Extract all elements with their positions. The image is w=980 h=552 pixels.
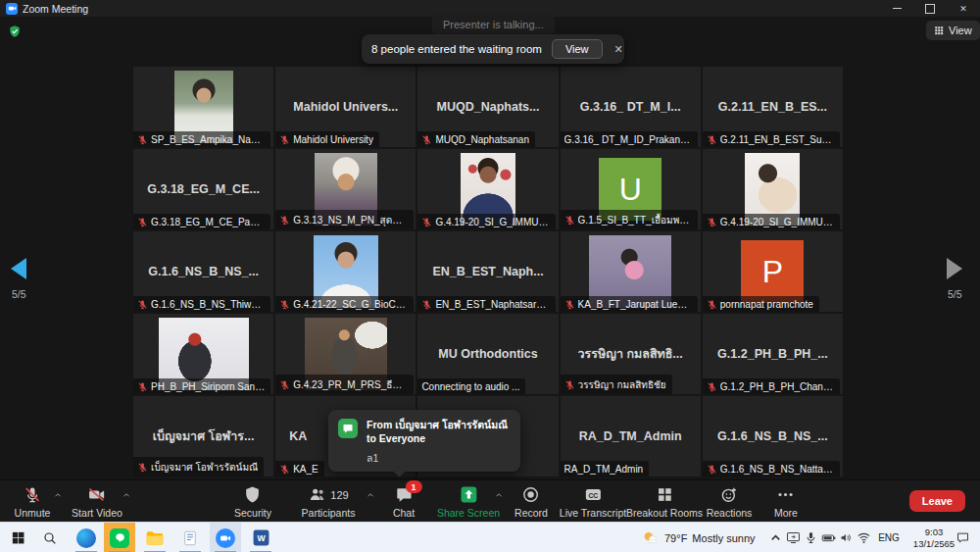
muted-mic-icon [279, 464, 290, 475]
left-arrow-icon [11, 258, 26, 279]
participant-nameplate: RA_D_TM_Admin [561, 461, 650, 477]
more-dots-icon [777, 485, 796, 504]
participant-tile[interactable]: G.3.16_ DT_M_I... G.3.16_ DT_M_ID_Prakan… [561, 67, 701, 147]
tray-expand-button[interactable] [766, 523, 784, 552]
participant-tile[interactable]: G.4.23_PR_M_PRS_ธีรธร บุงทอง [275, 314, 416, 394]
prev-page-arrow[interactable]: 5/5 [11, 258, 26, 300]
tray-volume[interactable] [837, 523, 855, 552]
participant-tile[interactable]: G.1.6_NS_B_NS_... G.1.6_NS_B_NS_Nattaya … [703, 396, 843, 477]
participant-tile[interactable]: G.3.13_NS_M_PN_สุดาภรณ์ ... [275, 149, 416, 229]
banner-close-icon[interactable]: ✕ [612, 43, 625, 56]
unmute-button[interactable]: Unmute [15, 485, 51, 519]
wifi-icon [857, 530, 871, 545]
participant-tile[interactable]: G.4.21-22_SC_G_BioChem_n... [275, 231, 416, 312]
start-video-button[interactable]: Start Video [72, 485, 122, 519]
chat-message-icon [338, 419, 358, 438]
participant-tile[interactable]: PH_B_PH_Siriporn Santre [133, 314, 273, 394]
muted-mic-icon [137, 381, 148, 392]
camera-off-icon [87, 485, 106, 504]
close-icon: ✕ [959, 4, 967, 14]
participant-tile[interactable]: SP_B_ES_Ampika_Nanbancha [133, 67, 273, 147]
chat-button[interactable]: 1 Chat [393, 485, 415, 519]
language-indicator[interactable]: ENG [874, 523, 904, 552]
security-button[interactable]: Security [234, 485, 271, 519]
view-button-label: View [949, 25, 972, 36]
taskbar-file-explorer[interactable] [139, 523, 171, 552]
participant-tile[interactable]: Mahidol Univers... Mahidol University [275, 67, 416, 147]
muted-mic-icon [564, 379, 575, 390]
participant-nameplate: G.1.6_NS_B_NS_Nattaya Rat... [703, 461, 840, 477]
participant-nameplate: G.1.2_PH_B_PH_Chanchira P... [703, 378, 840, 394]
participant-tile[interactable]: G.1.6_NS_B_NS_... G.1.6_NS_B_NS_Thiwarph… [133, 231, 273, 312]
next-page-arrow[interactable]: 5/5 [947, 258, 962, 300]
taskbar-search-button[interactable] [37, 523, 63, 552]
weather-temp: 79°F [664, 532, 687, 544]
action-center-button[interactable] [953, 523, 972, 552]
zoom-app-icon [216, 528, 235, 548]
participant-tile[interactable]: G.3.18_EG_M_CE... G.3.18_EG_M_CE_Panon L… [133, 149, 273, 229]
clock-date: 13/1/2565 [913, 538, 955, 550]
muted-mic-icon [421, 217, 432, 227]
line-app-icon [110, 528, 129, 548]
taskbar-notes-app[interactable] [174, 523, 206, 552]
participant-tile[interactable]: KA_B_FT_Jarupat Luecha [561, 231, 701, 312]
tray-microphone[interactable] [802, 523, 819, 552]
participant-tile[interactable]: วรรษิญา กมลสิทธิ... วรรษิญา กมลสิทธิชัย [561, 314, 701, 394]
muted-mic-icon [421, 134, 432, 145]
tray-battery[interactable] [819, 523, 837, 552]
share-screen-button[interactable]: Share Screen [437, 485, 500, 519]
tray-wifi[interactable] [855, 523, 872, 552]
word-app-icon: W [252, 528, 270, 547]
participant-tile[interactable]: เบ็ญจมาศ โอฬาร... เบ็ญจมาศ โอฬารรัตน์มณี [133, 396, 273, 477]
record-button[interactable]: Record [514, 485, 548, 519]
participant-tile[interactable]: RA_D_TM_Admin RA_D_TM_Admin [561, 396, 701, 477]
page-indicator: 5/5 [948, 288, 962, 300]
shield-icon [244, 485, 263, 504]
weather-widget[interactable]: 79°F Mostly sunny [642, 523, 771, 552]
windows-logo-icon [11, 530, 25, 545]
participant-tile[interactable]: P pornnapat pramchote [703, 231, 843, 312]
participant-tile[interactable]: G.4.19-20_SI_G_IMMU_Cha... [417, 149, 558, 229]
participant-avatar: P [741, 240, 804, 303]
participant-tile[interactable]: G.4.19-20_SI_G_IMMU_Such... [703, 149, 843, 229]
maximize-button[interactable] [913, 0, 947, 17]
participant-tile[interactable]: U G.1.5_SI_B_TT_เอื้อมพร สุวรร... [561, 149, 701, 229]
chevron-up-icon[interactable] [53, 490, 63, 500]
participant-nameplate: G.3.13_NS_M_PN_สุดาภรณ์ ... [275, 210, 413, 229]
leave-button[interactable]: Leave [909, 490, 965, 512]
view-button[interactable]: View [926, 21, 980, 40]
waiting-room-view-button[interactable]: View [552, 39, 603, 59]
zoom-meeting-window: Zoom Meeting ✕ View Presenter is talking… [0, 0, 980, 552]
taskbar-line-app[interactable] [104, 523, 135, 552]
chevron-up-icon[interactable] [494, 490, 504, 500]
reactions-button[interactable]: Reactions [707, 485, 753, 519]
meeting-security-shield-icon[interactable] [8, 25, 22, 38]
taskbar-edge-app[interactable] [71, 523, 102, 552]
breakout-rooms-button[interactable]: Breakout Rooms [626, 485, 703, 519]
muted-mic-icon [707, 299, 717, 310]
tray-cast-display[interactable] [784, 523, 802, 552]
participant-tile[interactable]: EN_B_EST_Naph... EN_B_EST_Naphatsarnan P… [417, 231, 558, 312]
participant-tile[interactable]: MU Orthodontics Connecting to audio ... [417, 314, 558, 394]
participant-tile[interactable]: MUQD_Naphats... MUQD_Naphatsanan [417, 67, 558, 147]
muted-mic-icon [279, 134, 290, 145]
participant-tile[interactable]: G.1.2_PH_B_PH_... G.1.2_PH_B_PH_Chanchir… [703, 314, 843, 394]
participant-tile[interactable]: G.2.11_EN_B_ES... G.2.11_EN_B_EST_Sureew… [703, 67, 843, 147]
participants-button[interactable]: 129 Participants [302, 485, 356, 519]
maximize-icon [925, 4, 935, 14]
chevron-up-icon[interactable] [122, 490, 131, 500]
display-cast-icon [786, 530, 801, 545]
notification-icon [956, 530, 970, 545]
participant-nameplate: G.4.19-20_SI_G_IMMU_Cha... [417, 214, 555, 229]
taskbar-zoom-app[interactable] [210, 523, 241, 552]
participants-count: 129 [330, 489, 348, 501]
participant-nameplate: Connecting to audio ... [417, 378, 525, 394]
more-button[interactable]: More [774, 485, 798, 519]
chevron-up-icon[interactable] [366, 490, 375, 500]
close-button[interactable]: ✕ [947, 0, 980, 17]
taskbar-word-app[interactable]: W [245, 523, 276, 552]
live-transcript-button[interactable]: Live Transcript [560, 485, 626, 519]
start-button[interactable] [4, 523, 31, 552]
chat-notification-popup[interactable]: From เบ็ญจมาศ โอฬารรัตน์มณี to Everyone … [328, 410, 520, 472]
minimize-button[interactable] [880, 0, 913, 17]
